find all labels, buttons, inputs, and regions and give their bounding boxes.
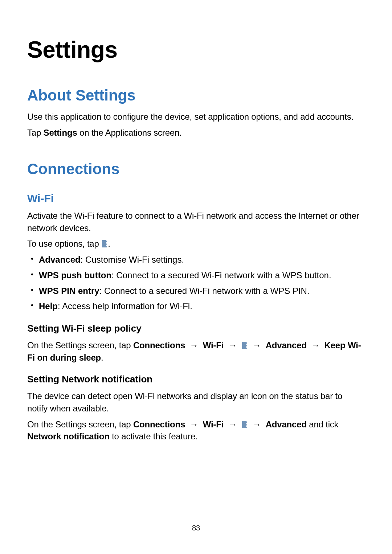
about-settings-heading: About Settings (27, 87, 365, 104)
option-desc: : Connect to a secured Wi-Fi network wit… (99, 286, 310, 296)
wifi-heading: Wi-Fi (27, 192, 365, 205)
nn-prefix: On the Settings screen, tap (27, 419, 133, 429)
wifi-options-list: Advanced: Customise Wi-Fi settings. WPS … (27, 254, 365, 313)
arrow-icon: → (226, 340, 239, 350)
arrow-icon: → (309, 340, 322, 350)
network-notification-path: On the Settings screen, tap Connections … (27, 418, 365, 443)
tap-settings-bold: Settings (44, 128, 77, 138)
arrow-icon: → (187, 340, 201, 350)
option-term: Help (39, 301, 58, 311)
nn-path-wifi: Wi-Fi (203, 419, 224, 429)
wifi-options-prefix: To use options, tap (27, 239, 101, 249)
option-desc: : Customise Wi-Fi settings. (81, 255, 184, 264)
wifi-options-line: To use options, tap . (27, 238, 365, 250)
option-term: WPS push button (39, 270, 111, 280)
option-desc: : Connect to a secured Wi-Fi network wit… (111, 270, 331, 280)
sleep-path-connections: Connections (133, 340, 185, 350)
option-desc: : Access help information for Wi-Fi. (58, 301, 192, 311)
about-settings-tap-line: Tap Settings on the Applications screen. (27, 127, 365, 139)
nn-suffix: to activate this feature. (110, 431, 198, 441)
nn-path-advanced: Advanced (266, 419, 307, 429)
list-item: Help: Access help information for Wi-Fi. (39, 300, 365, 313)
arrow-icon: → (250, 340, 264, 350)
nn-and-tick: and tick (307, 419, 339, 429)
more-options-icon (242, 342, 247, 349)
tap-suffix: on the Applications screen. (77, 128, 182, 138)
sleep-prefix: On the Settings screen, tap (27, 340, 133, 350)
nn-path-network-notification: Network notification (27, 431, 110, 441)
option-term: WPS PIN entry (39, 286, 99, 296)
arrow-icon: → (226, 419, 239, 429)
connections-heading: Connections (27, 160, 365, 178)
tap-prefix: Tap (27, 128, 44, 138)
wifi-sleep-path: On the Settings screen, tap Connections … (27, 339, 365, 364)
sleep-path-advanced: Advanced (266, 340, 307, 350)
page-title: Settings (27, 36, 365, 63)
wifi-sleep-heading: Setting Wi-Fi sleep policy (27, 323, 365, 334)
wifi-intro: Activate the Wi-Fi feature to connect to… (27, 210, 365, 234)
nn-path-connections: Connections (133, 419, 185, 429)
more-options-icon (102, 240, 107, 247)
option-term: Advanced (39, 255, 81, 264)
arrow-icon: → (187, 419, 201, 429)
sleep-suffix: . (101, 353, 103, 362)
document-page: Settings About Settings Use this applica… (0, 0, 392, 554)
about-settings-intro: Use this application to configure the de… (27, 111, 365, 123)
list-item: Advanced: Customise Wi-Fi settings. (39, 254, 365, 266)
page-number: 83 (0, 524, 392, 532)
sleep-path-wifi: Wi-Fi (203, 340, 224, 350)
arrow-icon: → (250, 419, 264, 429)
list-item: WPS push button: Connect to a secured Wi… (39, 269, 365, 282)
more-options-icon (242, 421, 247, 428)
list-item: WPS PIN entry: Connect to a secured Wi-F… (39, 285, 365, 297)
network-notification-desc: The device can detect open Wi-Fi network… (27, 390, 365, 414)
network-notification-heading: Setting Network notification (27, 374, 365, 385)
